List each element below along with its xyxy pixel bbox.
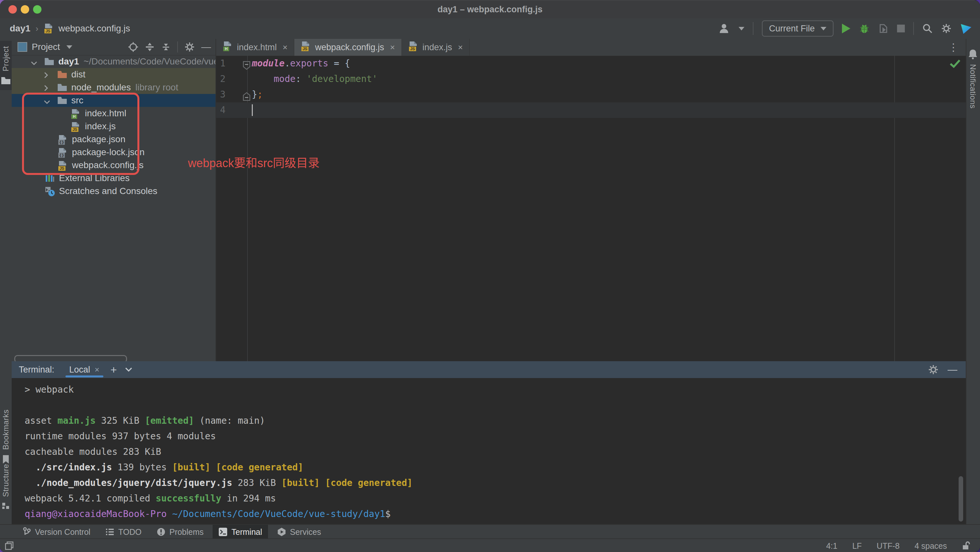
- project-panel-header: Project —: [12, 39, 215, 56]
- tool-button-notifications[interactable]: Notifications: [966, 43, 979, 114]
- terminal-line: ./src/index.js 139 bytes [built] [code g…: [25, 460, 966, 475]
- line-number: 1: [220, 56, 226, 71]
- tab-label: index.html: [237, 43, 277, 52]
- run-configuration-label: Current File: [769, 24, 815, 34]
- ide-window: day1 – webpack.config.js day1 › JS webpa…: [0, 0, 980, 552]
- project-stripe-label: Project: [1, 46, 10, 71]
- status-bar: 4:1LFUTF-84 spaces: [0, 538, 980, 552]
- tree-item-node-modules[interactable]: node_moduleslibrary root: [12, 81, 215, 94]
- close-icon[interactable]: ×: [458, 43, 463, 52]
- line-number: 3: [220, 87, 226, 102]
- panel-settings-gear-icon[interactable]: [185, 42, 195, 52]
- indent-setting[interactable]: 4 spaces: [915, 541, 947, 551]
- tree-item-label: Scratches and Consoles: [59, 186, 158, 196]
- tool-button-terminal[interactable]: Terminal: [213, 525, 268, 539]
- code-line-1[interactable]: 1module.exports = {: [216, 56, 966, 71]
- editor-tab-index-js[interactable]: JSindex.js×: [402, 39, 470, 56]
- notifications-stripe-label: Notifications: [968, 64, 977, 108]
- annotation-highlight-box: [22, 93, 139, 175]
- expand-all-icon[interactable]: [145, 42, 154, 52]
- right-tool-stripe: Notifications: [966, 39, 980, 524]
- terminal-settings-gear-icon[interactable]: [928, 365, 939, 375]
- code-line-4[interactable]: 4: [216, 102, 966, 118]
- code-line-3[interactable]: 3};: [216, 87, 966, 102]
- terminal-icon: [218, 527, 228, 536]
- lock-icon[interactable]: [962, 541, 970, 551]
- search-everywhere-icon[interactable]: [922, 23, 933, 34]
- terminal-line: > webpack: [25, 382, 966, 398]
- editor-area: Hindex.html×JSwebpack.config.js×JSindex.…: [216, 39, 966, 361]
- tab-label: webpack.config.js: [315, 43, 384, 52]
- code-line-2[interactable]: 2 mode: 'development': [216, 71, 966, 87]
- js-file-icon: JS: [44, 23, 54, 34]
- tool-button-services[interactable]: Services: [271, 525, 327, 539]
- chevron-down-icon[interactable]: [125, 367, 132, 372]
- breadcrumb-project[interactable]: day1: [10, 23, 30, 34]
- stop-button[interactable]: [897, 25, 905, 32]
- tree-item-dist[interactable]: dist: [12, 68, 215, 81]
- tool-window-switcher-icon[interactable]: [5, 541, 14, 551]
- tree-item-scratches-and-consoles[interactable]: Scratches and Consoles: [12, 185, 215, 198]
- chevron-down-icon: [67, 45, 72, 49]
- terminal-line: asset main.js 325 KiB [emitted] (name: m…: [25, 413, 966, 428]
- user-profile-icon[interactable]: [719, 23, 730, 34]
- close-icon[interactable]: ×: [390, 43, 395, 52]
- terminal-line: qiang@xiaocaideMacBook-Pro ~/Documents/C…: [25, 506, 966, 522]
- main-toolbar: day1 › JS webpack.config.js Current File: [0, 18, 980, 40]
- branch-icon: [23, 527, 31, 537]
- editor-tab-webpack-config-js[interactable]: JSwebpack.config.js×: [294, 39, 401, 56]
- project-tool-window: Project — day1~/Documents/Code/VueCode/v…: [12, 39, 216, 361]
- chevron-down-icon: [821, 27, 826, 30]
- structure-stripe-label: Structure: [1, 464, 10, 497]
- active-tab-underline: [65, 376, 103, 378]
- tab-options-kebab-icon[interactable]: ⋮: [948, 41, 966, 54]
- tool-button-project[interactable]: Project: [0, 41, 12, 90]
- editor-tab-bar: Hindex.html×JSwebpack.config.js×JSindex.…: [216, 39, 966, 56]
- services-icon: [277, 527, 286, 536]
- tree-item-label: node_moduleslibrary root: [71, 82, 178, 93]
- line-ending[interactable]: LF: [852, 541, 862, 551]
- terminal-tab-local[interactable]: Local ×: [64, 361, 105, 378]
- bell-icon: [968, 49, 978, 60]
- ide-logo-icon[interactable]: [960, 23, 972, 34]
- svg-text:JS: JS: [410, 47, 415, 51]
- project-view-icon: [18, 42, 27, 52]
- profiler-button[interactable]: [878, 23, 889, 34]
- debug-button[interactable]: [859, 23, 870, 34]
- line-number: 2: [220, 71, 226, 87]
- file-encoding[interactable]: UTF-8: [877, 541, 900, 551]
- html-file-icon: H: [223, 41, 232, 54]
- bookmarks-stripe-label: Bookmarks: [1, 409, 10, 450]
- vertical-scrollbar[interactable]: [959, 476, 963, 522]
- terminal-tab-label: Local: [69, 365, 91, 375]
- project-view-selector[interactable]: Project: [32, 42, 60, 52]
- collapse-all-icon[interactable]: [161, 42, 171, 52]
- tool-button-todo[interactable]: TODO: [100, 525, 148, 539]
- run-configuration-selector[interactable]: Current File: [762, 21, 834, 36]
- tool-button-structure[interactable]: Structure: [0, 459, 12, 515]
- chevron-down-icon: [738, 27, 745, 30]
- tool-button-problems[interactable]: Problems: [151, 525, 210, 539]
- toolbar-divider: [913, 22, 914, 35]
- hide-panel-icon[interactable]: —: [201, 41, 211, 52]
- tool-button-version-control[interactable]: Version Control: [17, 525, 96, 539]
- annotation-text: webpack要和src同级目录: [188, 154, 320, 170]
- chevron-down-icon[interactable]: [30, 58, 38, 68]
- locate-file-icon[interactable]: [128, 42, 138, 52]
- caret-position[interactable]: 4:1: [826, 541, 837, 551]
- run-button[interactable]: [842, 24, 850, 33]
- close-icon[interactable]: ×: [283, 43, 288, 52]
- minimize-panel-icon[interactable]: —: [948, 364, 957, 375]
- tool-button-label: Problems: [170, 527, 204, 537]
- chevron-right-icon[interactable]: [43, 71, 49, 81]
- editor-tab-index-html[interactable]: Hindex.html×: [216, 39, 294, 56]
- new-terminal-session-button[interactable]: +: [110, 363, 117, 376]
- close-icon[interactable]: ×: [95, 365, 100, 374]
- tree-item-day1[interactable]: day1~/Documents/Code/VueCode/vue-s: [12, 55, 215, 68]
- code-editor[interactable]: 1module.exports = {2 mode: 'development'…: [216, 56, 966, 361]
- scratch-file-icon: [45, 186, 55, 198]
- breadcrumb-file[interactable]: webpack.config.js: [59, 23, 130, 34]
- structure-icon: [2, 501, 10, 510]
- settings-gear-icon[interactable]: [941, 23, 951, 34]
- terminal-output[interactable]: > webpack asset main.js 325 KiB [emitted…: [12, 378, 966, 524]
